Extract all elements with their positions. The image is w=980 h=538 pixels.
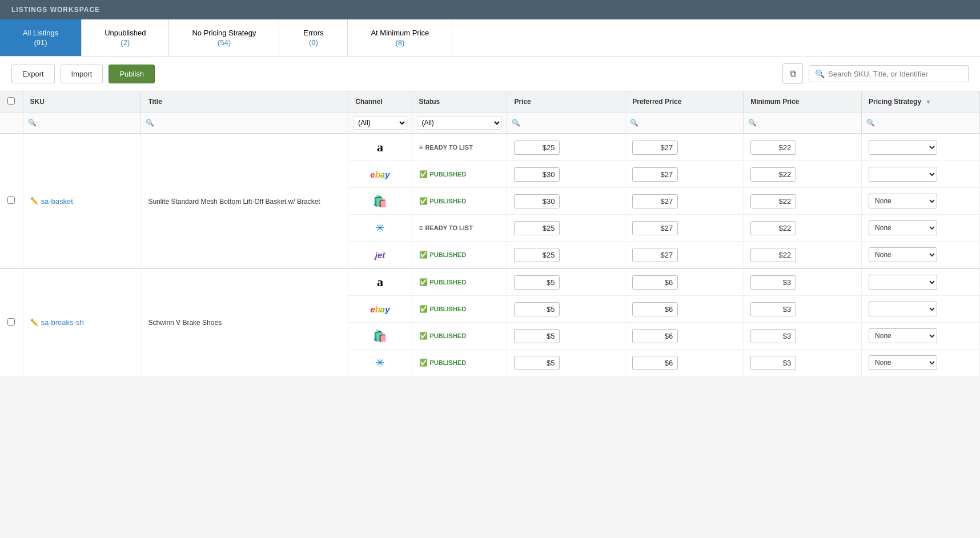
pricing-strategy-select[interactable] xyxy=(869,167,937,182)
status-cell: ✅ PUBLISHED xyxy=(412,242,507,269)
row-checkbox-cell xyxy=(0,134,23,268)
pricing-strategy-select[interactable] xyxy=(869,302,937,316)
minimum-price-input[interactable] xyxy=(750,221,796,235)
preferred-price-input[interactable] xyxy=(632,140,678,155)
price-input[interactable] xyxy=(514,167,560,182)
minimum-price-input[interactable] xyxy=(750,140,796,155)
pricing-strategy-cell xyxy=(862,134,980,161)
import-button[interactable]: Import xyxy=(61,65,103,83)
tab-unpublished[interactable]: Unpublished (2) xyxy=(82,19,169,56)
preferred-price-input[interactable] xyxy=(632,167,678,182)
amazon-icon: a xyxy=(377,140,383,154)
price-input[interactable] xyxy=(514,275,560,290)
preferred-price-input[interactable] xyxy=(632,356,678,370)
tab-at-min-price[interactable]: At Minimum Price (8) xyxy=(348,19,452,56)
copy-icon-button[interactable]: ⧉ xyxy=(782,63,803,84)
jet-icon: jet xyxy=(375,250,385,260)
preferred-price-filter-input[interactable] xyxy=(641,119,738,127)
minimum-price-input[interactable] xyxy=(750,356,796,370)
pricing-strategy-select[interactable]: None xyxy=(869,328,937,343)
sku-link[interactable]: ✏️ sa-basket xyxy=(30,197,134,206)
price-input[interactable] xyxy=(514,356,560,370)
status-filter-select[interactable]: (All) xyxy=(417,116,503,130)
channel-cell: 🛍️ xyxy=(348,188,412,215)
title-cell: Schwinn V Brake Shoes xyxy=(141,268,348,376)
sku-link[interactable]: ✏️ sa-breaks-sh xyxy=(30,318,134,327)
pricing-strategy-filter-input[interactable] xyxy=(877,119,975,127)
price-input[interactable] xyxy=(514,140,560,155)
status-published: ✅ PUBLISHED xyxy=(419,251,500,259)
preferred-price-input[interactable] xyxy=(632,194,678,208)
publish-button[interactable]: Publish xyxy=(109,65,155,83)
title-cell: Sunlite Standard Mesh Bottom Lift-Off Ba… xyxy=(141,134,348,268)
minimum-price-cell xyxy=(744,323,862,350)
preferred-price-input[interactable] xyxy=(632,275,678,290)
status-published: ✅ PUBLISHED xyxy=(419,332,500,340)
tab-no-pricing-count: (54) xyxy=(192,38,256,47)
minimum-price-input[interactable] xyxy=(750,302,796,316)
pricing-strategy-select[interactable]: None xyxy=(869,220,937,235)
table-body: ✏️ sa-basket Sunlite Standard Mesh Botto… xyxy=(0,134,980,376)
tab-no-pricing-label: No Pricing Strategy xyxy=(192,29,256,37)
channel-cell: a xyxy=(348,268,412,296)
tab-unpublished-label: Unpublished xyxy=(105,29,146,37)
price-input[interactable] xyxy=(514,329,560,343)
price-cell xyxy=(507,188,625,215)
minimum-price-cell xyxy=(744,188,862,215)
filter-status: (All) xyxy=(412,113,507,134)
price-input[interactable] xyxy=(514,302,560,316)
row-checkbox[interactable] xyxy=(7,196,15,204)
minimum-price-input[interactable] xyxy=(750,248,796,262)
status-list-icon: ≡ xyxy=(419,143,423,151)
price-cell xyxy=(507,296,625,323)
row-checkbox[interactable] xyxy=(7,318,15,326)
filter-price: 🔍 xyxy=(507,113,625,134)
title-filter-search: 🔍 xyxy=(146,119,343,127)
tab-no-pricing[interactable]: No Pricing Strategy (54) xyxy=(169,19,279,56)
minimum-price-input[interactable] xyxy=(750,167,796,182)
header-minimum-price: Minimum Price xyxy=(744,91,862,113)
preferred-price-input[interactable] xyxy=(632,248,678,262)
status-list-icon: ≡ xyxy=(419,224,423,232)
pricing-strategy-select[interactable] xyxy=(869,275,937,290)
pricing-strategy-select[interactable]: None xyxy=(869,247,937,262)
title-filter-input[interactable] xyxy=(156,119,343,127)
price-input[interactable] xyxy=(514,221,560,235)
tab-errors[interactable]: Errors (0) xyxy=(279,19,348,56)
row-checkbox-cell xyxy=(0,268,23,376)
min-price-filter-input[interactable] xyxy=(759,119,857,127)
walmart-icon: ✳ xyxy=(375,222,385,234)
minimum-price-input[interactable] xyxy=(750,275,796,290)
search-input[interactable] xyxy=(828,70,962,78)
sku-filter-search: 🔍 xyxy=(28,119,136,127)
channel-filter-select[interactable]: (All) xyxy=(353,116,407,130)
pricing-strategy-select[interactable]: None xyxy=(869,194,937,208)
table-container: SKU Title Channel Status Price Preferred… xyxy=(0,91,980,376)
preferred-price-input[interactable] xyxy=(632,221,678,235)
price-input[interactable] xyxy=(514,248,560,262)
select-all-checkbox[interactable] xyxy=(7,97,15,105)
pricing-strategy-select[interactable] xyxy=(869,140,937,155)
app-header: LISTINGS WORKSPACE xyxy=(0,0,980,19)
pricing-strategy-cell: None xyxy=(862,323,980,350)
pricing-strategy-select[interactable]: None xyxy=(869,355,937,370)
minimum-price-cell xyxy=(744,134,862,161)
preferred-price-cell xyxy=(625,350,744,376)
channel-cell: jet xyxy=(348,242,412,269)
tab-all-listings[interactable]: All Listings (91) xyxy=(0,19,82,56)
pricing-strategy-filter-search-icon: 🔍 xyxy=(866,119,875,127)
filter-channel: (All) xyxy=(348,113,412,134)
preferred-price-input[interactable] xyxy=(632,302,678,316)
price-cell xyxy=(507,134,625,161)
price-filter-input[interactable] xyxy=(523,119,620,127)
preferred-price-input[interactable] xyxy=(632,329,678,343)
sku-filter-input[interactable] xyxy=(39,119,136,127)
minimum-price-cell xyxy=(744,215,862,242)
minimum-price-input[interactable] xyxy=(750,329,796,343)
export-button[interactable]: Export xyxy=(11,65,55,83)
price-input[interactable] xyxy=(514,194,560,208)
header-checkbox-cell xyxy=(0,91,23,113)
tab-errors-count: (0) xyxy=(302,38,324,47)
minimum-price-input[interactable] xyxy=(750,194,796,208)
shopify-icon: 🛍️ xyxy=(373,195,387,207)
